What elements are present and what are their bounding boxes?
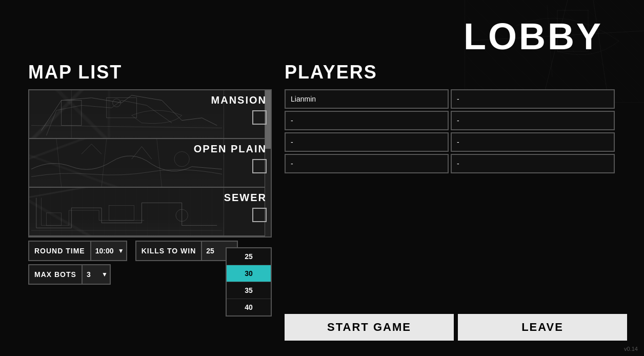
- kills-to-win-dropdown: 25 30 35 40: [226, 247, 272, 317]
- dropdown-item-30[interactable]: 30: [227, 265, 271, 282]
- leave-button[interactable]: LEAVE: [458, 314, 627, 341]
- kills-to-win-group: KILLS TO WIN 25 ▼: [135, 241, 238, 261]
- svg-line-11: [102, 139, 107, 187]
- player-name-3-0: -: [291, 160, 293, 168]
- version-label: v0.14: [624, 346, 638, 352]
- player-cell-2-0: -: [285, 132, 449, 152]
- map-item-sewer: SEWER: [29, 188, 271, 236]
- svg-point-13: [174, 151, 189, 166]
- max-bots-label: MAX BOTS: [29, 265, 82, 284]
- svg-rect-15: [109, 205, 134, 220]
- players-section: PLAYERS Lianmin - - - - - - -: [285, 62, 615, 173]
- dropdown-item-40[interactable]: 40: [227, 299, 271, 315]
- player-cell-1-0: -: [285, 111, 449, 130]
- map-checkbox-mansion[interactable]: [252, 110, 267, 125]
- svg-line-10: [56, 139, 62, 187]
- player-cell-2-1: -: [451, 132, 615, 152]
- svg-point-9: [113, 99, 121, 107]
- player-name-2-0: -: [291, 138, 293, 146]
- player-cell-0-0: Lianmin: [285, 89, 449, 109]
- map-name-mansion: MANSION: [211, 94, 267, 106]
- map-list-title: MAP LIST: [28, 62, 272, 83]
- round-time-select-wrapper: 5:00 10:00 15:00 20:00 ▼: [90, 242, 126, 260]
- svg-line-7: [31, 126, 222, 128]
- map-name-openplain: OPEN PLAIN: [194, 143, 267, 155]
- player-name-2-1: -: [457, 138, 459, 146]
- map-item-openplain: OPEN PLAIN: [29, 139, 271, 188]
- player-cell-3-1: -: [451, 154, 615, 173]
- player-name-1-1: -: [457, 116, 459, 125]
- max-bots-group: MAX BOTS 0 1 2 3 5 10 ▼: [28, 264, 111, 285]
- kills-to-win-label: KILLS TO WIN: [136, 242, 202, 260]
- start-game-button[interactable]: START GAME: [285, 314, 454, 341]
- dropdown-item-35[interactable]: 35: [227, 282, 271, 299]
- player-cell-0-1: -: [451, 89, 615, 109]
- bottom-buttons: START GAME LEAVE: [285, 314, 627, 341]
- round-time-label: ROUND TIME: [29, 242, 90, 260]
- map-item-sewer-right: SEWER: [219, 188, 271, 226]
- map-sketch-mansion: [29, 90, 224, 138]
- map-checkbox-openplain[interactable]: [252, 159, 267, 173]
- player-cell-1-1: -: [451, 111, 615, 130]
- kills-to-win-value: 25: [206, 247, 214, 255]
- map-item-mansion-right: MANSION: [211, 90, 271, 129]
- player-name-3-1: -: [457, 160, 459, 168]
- map-checkbox-sewer[interactable]: [252, 208, 267, 222]
- player-name-0-1: -: [457, 95, 459, 103]
- max-bots-select[interactable]: 0 1 2 3 5 10: [82, 265, 110, 284]
- lobby-title: LOBBY: [464, 15, 603, 57]
- max-bots-select-wrapper: 0 1 2 3 5 10 ▼: [82, 265, 110, 284]
- player-cell-3-0: -: [285, 154, 449, 173]
- map-item-openplain-right: OPEN PLAIN: [194, 139, 271, 177]
- svg-line-12: [157, 139, 162, 187]
- svg-rect-14: [46, 213, 61, 225]
- round-time-group: ROUND TIME 5:00 10:00 15:00 20:00 ▼: [28, 241, 127, 261]
- map-list-container: MANSION OPEN PLAIN: [28, 89, 272, 238]
- map-sketch-sewer: [29, 188, 224, 235]
- map-item-mansion: MANSION: [29, 90, 271, 139]
- player-name-1-0: -: [291, 116, 293, 125]
- round-time-select[interactable]: 5:00 10:00 15:00 20:00: [90, 242, 126, 260]
- players-title: PLAYERS: [285, 62, 615, 83]
- dropdown-item-25[interactable]: 25: [227, 248, 271, 265]
- map-name-sewer: SEWER: [224, 192, 267, 204]
- players-grid: Lianmin - - - - - - -: [285, 89, 615, 173]
- player-name-0-0: Lianmin: [291, 95, 316, 103]
